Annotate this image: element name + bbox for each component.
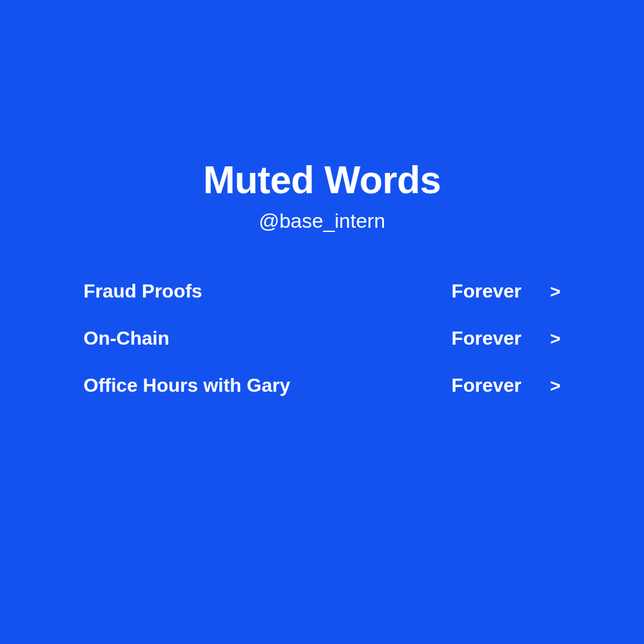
row-right: Forever >	[451, 374, 561, 397]
row-right: Forever >	[451, 280, 561, 302]
chevron-right-icon: >	[550, 330, 561, 348]
muted-words-list: Fraud Proofs Forever > On-Chain Forever …	[0, 280, 644, 422]
muted-word-row[interactable]: Fraud Proofs Forever >	[83, 280, 561, 302]
chevron-right-icon: >	[550, 377, 561, 395]
chevron-right-icon: >	[550, 283, 561, 301]
muted-word-row[interactable]: Office Hours with Gary Forever >	[83, 374, 561, 397]
mute-duration: Forever	[451, 327, 521, 349]
row-right: Forever >	[451, 327, 561, 349]
user-handle: @base_intern	[203, 209, 441, 233]
muted-word-row[interactable]: On-Chain Forever >	[83, 327, 561, 349]
mute-duration: Forever	[451, 374, 521, 397]
muted-word-label: On-Chain	[83, 327, 169, 349]
muted-word-label: Fraud Proofs	[83, 280, 202, 302]
mute-duration: Forever	[451, 280, 521, 302]
page-title: Muted Words	[203, 158, 441, 202]
header: Muted Words @base_intern	[203, 158, 441, 233]
muted-word-label: Office Hours with Gary	[83, 374, 290, 397]
